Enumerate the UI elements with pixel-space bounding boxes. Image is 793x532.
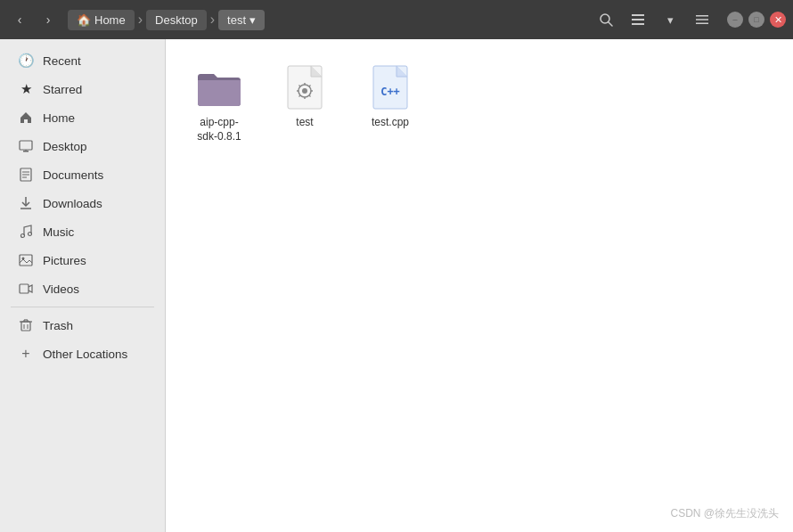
svg-rect-8 <box>20 141 32 150</box>
menu-button[interactable] <box>688 5 716 34</box>
desktop-icon <box>18 138 34 154</box>
forward-button[interactable]: › <box>36 7 61 32</box>
svg-point-18 <box>29 233 32 236</box>
svg-point-17 <box>21 234 25 238</box>
exe-icon-test <box>282 64 328 110</box>
sidebar-item-desktop[interactable]: Desktop <box>4 132 161 160</box>
breadcrumb-test[interactable]: test ▾ <box>218 10 265 30</box>
svg-rect-5 <box>696 15 708 17</box>
svg-rect-10 <box>26 150 27 151</box>
file-item-aip-cpp-sdk[interactable]: aip-cpp-sdk-0.8.1 <box>184 57 255 151</box>
home-breadcrumb-label: Home <box>94 13 126 27</box>
breadcrumb-dropdown-icon: ▾ <box>249 13 256 27</box>
breadcrumb-sep-1: › <box>136 12 144 28</box>
search-button[interactable] <box>592 5 620 34</box>
file-name-test: test <box>296 116 313 130</box>
close-button[interactable]: ✕ <box>770 12 786 28</box>
sidebar-label-starred: Starred <box>43 83 82 96</box>
svg-rect-19 <box>20 255 32 266</box>
titlebar-actions: ▾ – □ ✕ <box>592 5 786 34</box>
breadcrumb-home[interactable]: 🏠 Home <box>68 10 135 30</box>
back-button[interactable]: ‹ <box>7 7 32 32</box>
sidebar-item-pictures[interactable]: Pictures <box>4 246 161 274</box>
documents-icon <box>18 167 34 183</box>
sidebar-item-videos[interactable]: Videos <box>4 274 161 303</box>
file-item-test-cpp[interactable]: C++ test.cpp <box>355 57 426 151</box>
sidebar-item-other-locations[interactable]: + Other Locations <box>4 340 161 368</box>
list-view-button[interactable] <box>624 5 652 34</box>
sidebar-label-videos: Videos <box>43 282 79 296</box>
home-breadcrumb-icon: 🏠 <box>77 13 91 27</box>
list-view-icon <box>631 12 645 27</box>
titlebar: ‹ › 🏠 Home › Desktop › test ▾ <box>0 0 793 39</box>
svg-text:C++: C++ <box>380 86 400 98</box>
sidebar-label-pictures: Pictures <box>43 254 86 267</box>
sidebar-label-downloads: Downloads <box>43 197 102 210</box>
sidebar-item-trash[interactable]: Trash <box>4 311 161 340</box>
sidebar-item-documents[interactable]: Documents <box>4 160 161 189</box>
breadcrumb-desktop[interactable]: Desktop <box>146 10 207 30</box>
file-name-aip-cpp-sdk: aip-cpp-sdk-0.8.1 <box>197 116 241 143</box>
pictures-icon <box>18 252 34 268</box>
videos-icon <box>18 281 34 297</box>
sidebar-label-trash: Trash <box>43 319 73 332</box>
close-icon: ✕ <box>774 14 782 26</box>
file-area: aip-cpp-sdk-0.8.1 <box>166 39 793 532</box>
file-item-test[interactable]: test <box>269 57 340 151</box>
sidebar-item-downloads[interactable]: Downloads <box>4 189 161 217</box>
sidebar-label-documents: Documents <box>43 168 103 182</box>
hamburger-icon <box>695 12 709 27</box>
sidebar-label-other-locations: Other Locations <box>43 348 127 361</box>
view-options-icon: ▾ <box>667 13 674 27</box>
breadcrumb-sep-2: › <box>208 12 217 28</box>
cpp-icon-test: C++ <box>367 64 413 110</box>
search-icon <box>599 12 613 27</box>
sidebar-item-music[interactable]: Music <box>4 217 161 246</box>
folder-icon-aip <box>196 64 242 110</box>
downloads-icon <box>18 195 34 211</box>
breadcrumb: 🏠 Home › Desktop › test ▾ <box>68 10 326 30</box>
other-locations-icon: + <box>18 346 34 362</box>
sidebar-label-recent: Recent <box>43 54 81 68</box>
svg-rect-3 <box>632 19 644 20</box>
sidebar: 🕐 Recent ★ Starred Home Desk <box>0 39 166 532</box>
watermark: CSDN @徐先生没洗头 <box>670 506 779 521</box>
maximize-button[interactable]: □ <box>748 12 764 28</box>
desktop-breadcrumb-label: Desktop <box>155 13 198 27</box>
maximize-icon: □ <box>754 15 758 24</box>
recent-icon: 🕐 <box>18 53 34 69</box>
minimize-button[interactable]: – <box>727 12 743 28</box>
svg-rect-21 <box>20 284 29 293</box>
sidebar-item-recent[interactable]: 🕐 Recent <box>4 46 161 75</box>
sidebar-label-desktop: Desktop <box>43 140 87 153</box>
test-breadcrumb-label: test <box>227 13 246 27</box>
svg-rect-7 <box>696 23 708 25</box>
file-name-test-cpp: test.cpp <box>372 116 409 130</box>
file-grid: aip-cpp-sdk-0.8.1 <box>184 57 775 151</box>
svg-rect-2 <box>632 14 644 16</box>
watermark-text: CSDN @徐先生没洗头 <box>670 507 779 520</box>
sidebar-label-home: Home <box>43 111 75 125</box>
svg-rect-6 <box>696 19 708 20</box>
svg-point-31 <box>302 88 307 94</box>
view-options-button[interactable]: ▾ <box>656 5 684 34</box>
svg-rect-22 <box>21 322 30 331</box>
music-icon <box>18 224 34 240</box>
main-area: 🕐 Recent ★ Starred Home Desk <box>0 39 793 532</box>
sidebar-label-music: Music <box>43 225 74 239</box>
minimize-icon: – <box>732 15 737 24</box>
sidebar-item-starred[interactable]: ★ Starred <box>4 75 161 103</box>
sidebar-divider <box>11 307 154 307</box>
home-icon <box>18 110 34 126</box>
svg-rect-4 <box>632 23 644 25</box>
svg-line-1 <box>609 22 612 26</box>
trash-icon <box>18 317 34 333</box>
sidebar-item-home[interactable]: Home <box>4 103 161 132</box>
starred-icon: ★ <box>18 81 34 97</box>
